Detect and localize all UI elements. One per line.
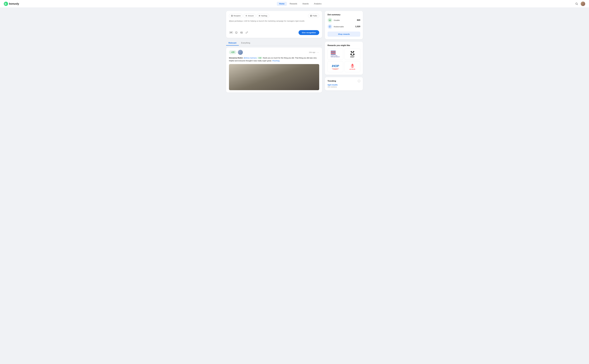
- airbnb-icon: [350, 63, 355, 68]
- amount-label: Amount: [248, 15, 253, 17]
- feed-card: +20 10m ago ··· Giovanna Rotini: @drew.m…: [226, 47, 322, 92]
- post-more-options[interactable]: ···: [317, 51, 319, 54]
- post-mention[interactable]: @drew.marinara: [244, 57, 257, 59]
- post-image: [229, 64, 319, 90]
- ihop-logo: IHOP: [330, 63, 341, 70]
- shop-rewards-button[interactable]: Shop rewards: [328, 32, 360, 37]
- reward-everytown[interactable]: EVERYTOWNFOR GUN SAFETY: [328, 49, 343, 60]
- compose-card: Recipient Amount Hasht: [226, 11, 322, 38]
- search-icon: [575, 2, 578, 5]
- redeemable-icon: [328, 24, 332, 29]
- redeemable-row: Redeemable 1,520: [328, 24, 360, 29]
- svg-text:b: b: [5, 2, 6, 5]
- svg-point-33: [352, 52, 352, 52]
- image-button[interactable]: [239, 30, 244, 35]
- svg-point-16: [236, 32, 236, 32]
- reward-airbnb[interactable]: airbnb: [345, 61, 360, 72]
- bonusly-icon: b: [4, 2, 8, 6]
- givable-icon: [328, 18, 332, 23]
- post-author: Giovanna Rotini: [229, 57, 243, 59]
- redeemable-amount: 1,520: [355, 25, 360, 28]
- givable-amount: 820: [357, 19, 360, 21]
- link-icon: [245, 31, 248, 34]
- trending-hashtag[interactable]: #get-results: [328, 84, 360, 86]
- airbnb-logo: airbnb: [347, 63, 358, 70]
- redeemable-label: Redeemable: [334, 26, 355, 28]
- post-mention-points: +10: [257, 57, 262, 59]
- compose-icons: GIF: [229, 30, 249, 35]
- compose-toolbar: Recipient Amount Hasht: [229, 14, 319, 18]
- public-button[interactable]: Public: [308, 14, 319, 18]
- feed-card-body: Giovanna Rotini: @drew.marinara +10 than…: [229, 57, 319, 62]
- dot-summary-title: Dot summary: [328, 13, 360, 16]
- user-avatar[interactable]: [581, 1, 585, 6]
- reward-wwf[interactable]: WWF: [345, 49, 360, 60]
- post-author-avatar: [238, 50, 243, 55]
- link-button[interactable]: [245, 30, 249, 35]
- hashtag-label: Hashtag: [261, 15, 267, 17]
- navbar: b bonusly Home Rewards Awards Analytics: [0, 0, 589, 8]
- post-points-badge: +20: [229, 50, 236, 54]
- emoji-icon: [235, 31, 238, 34]
- main-container: Recipient Amount Hasht: [223, 8, 366, 96]
- givable-row: Givable 820: [328, 18, 360, 23]
- amount-button[interactable]: Amount: [244, 14, 256, 18]
- search-button[interactable]: [575, 2, 579, 6]
- rewards-grid: EVERYTOWNFOR GUN SAFETY: [328, 49, 360, 72]
- post-image-inner: [229, 64, 319, 90]
- main-nav: Home Rewards Awards Analytics: [26, 2, 575, 6]
- nav-rewards[interactable]: Rewards: [287, 2, 299, 6]
- app-logo[interactable]: b bonusly: [4, 2, 19, 6]
- svg-point-35: [352, 53, 353, 53]
- nav-home[interactable]: Home: [277, 2, 287, 6]
- panda-icon: [350, 51, 355, 56]
- hashtag-button[interactable]: Hashtag: [257, 14, 269, 18]
- compose-bottom: GIF: [229, 30, 319, 35]
- svg-point-15: [235, 32, 237, 33]
- rewards-title: Rewards you might like: [328, 44, 360, 47]
- svg-point-17: [237, 32, 237, 32]
- trending-info-button[interactable]: i: [358, 80, 360, 82]
- left-column: Recipient Amount Hasht: [226, 11, 322, 92]
- svg-line-3: [577, 4, 578, 5]
- tab-relevant[interactable]: Relevant: [226, 41, 239, 46]
- nav-analytics[interactable]: Analytics: [311, 2, 324, 6]
- right-column: Dot summary Givable 820: [325, 11, 363, 92]
- plus-icon: [245, 15, 247, 17]
- nav-awards[interactable]: Awards: [300, 2, 311, 6]
- feed-card-left: +20: [229, 50, 243, 55]
- trending-header: Trending i: [328, 80, 360, 82]
- trending-mention-count: 192 mentions: [328, 86, 360, 88]
- everytown-logo: EVERYTOWNFOR GUN SAFETY: [330, 51, 341, 58]
- svg-point-31: [351, 52, 352, 53]
- recipient-label: Recipient: [234, 15, 240, 17]
- wwf-logo: WWF: [347, 51, 358, 58]
- feed-tabs: Relevant Everything: [226, 41, 322, 46]
- givable-label: Givable: [334, 19, 357, 21]
- reward-ihop[interactable]: IHOP: [328, 61, 343, 72]
- gif-button[interactable]: GIF: [229, 30, 233, 35]
- navbar-right: [575, 1, 585, 6]
- tab-everything[interactable]: Everything: [239, 41, 252, 46]
- recipient-button[interactable]: Recipient: [229, 14, 243, 18]
- at-icon: [231, 15, 233, 17]
- feed-card-right: 10m ago ···: [309, 51, 319, 54]
- compose-textarea[interactable]: [229, 20, 319, 28]
- rewards-card: Rewards you might like: [325, 42, 363, 75]
- app-name: bonusly: [9, 2, 19, 5]
- svg-point-23: [329, 19, 331, 20]
- post-hashtag[interactable]: #hashtag: [272, 60, 279, 62]
- hash-icon: [259, 15, 260, 17]
- trending-item: #get-results 192 mentions: [328, 84, 360, 88]
- svg-line-11: [260, 15, 260, 16]
- gif-label: GIF: [229, 31, 233, 34]
- give-recognition-button[interactable]: Give recognition: [298, 30, 319, 35]
- emoji-button[interactable]: [234, 30, 238, 35]
- public-label: Public: [313, 15, 317, 17]
- post-timestamp: 10m ago: [309, 51, 315, 53]
- dot-summary-card: Dot summary Givable 820: [325, 11, 363, 39]
- globe-icon: [310, 15, 312, 17]
- trending-title: Trending: [328, 80, 336, 82]
- image-icon: [240, 31, 243, 34]
- svg-point-32: [353, 52, 353, 53]
